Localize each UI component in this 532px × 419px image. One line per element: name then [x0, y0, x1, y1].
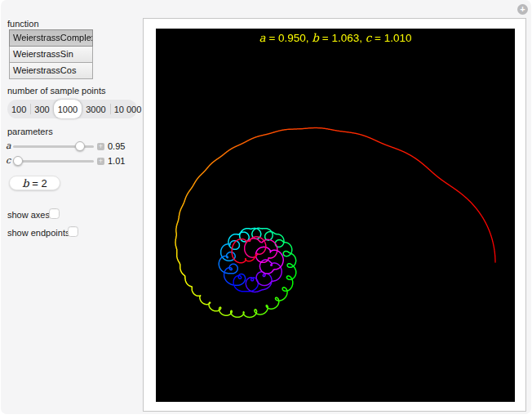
slider-c-value: 1.01 [108, 155, 125, 167]
plot-panel: a = 0.950, b = 1.063, c = 1.010 [143, 18, 526, 412]
title-val-a: 0.950 [278, 32, 306, 44]
expand-plus-icon[interactable]: + [517, 4, 528, 15]
sample-points-segmented-control: 100 300 1000 3000 10 000 [7, 100, 137, 118]
show-axes-checkbox[interactable] [49, 208, 60, 219]
slider-c-stepper-plus-icon[interactable]: + [97, 158, 104, 165]
sample-points-option-300[interactable]: 300 [30, 100, 53, 118]
b2-variable: b [22, 177, 29, 189]
b2-rest: = 2 [29, 177, 47, 189]
title-var-a: a [259, 31, 266, 44]
slider-a-value: 0.95 [108, 140, 125, 152]
b-equals-2-button[interactable]: b = 2 [9, 176, 60, 190]
function-option-weierstrasscomplex[interactable]: WeierstrassComplex [9, 29, 93, 47]
slider-a-thumb[interactable] [75, 141, 85, 151]
function-option-weierstrasscos[interactable]: WeierstrassCos [9, 62, 93, 79]
function-option-weierstrasssin[interactable]: WeierstrassSin [9, 46, 93, 63]
plot-title: a = 0.950, b = 1.063, c = 1.010 [156, 31, 515, 44]
slider-c-label: c [6, 155, 11, 167]
slider-a-stepper-plus-icon[interactable]: + [97, 143, 104, 150]
sample-points-label: number of sample points [7, 86, 105, 96]
sample-points-option-3000[interactable]: 3000 [82, 100, 109, 118]
slider-row-c: c + 1.01 [1, 155, 143, 167]
parameters-label: parameters [7, 127, 53, 136]
title-var-b: b [312, 31, 319, 44]
title-val-b: 1.063 [331, 32, 359, 44]
sample-points-option-1000[interactable]: 1000 [54, 100, 82, 118]
slider-a-track[interactable] [13, 145, 94, 148]
show-axes-label: show axes [7, 210, 50, 220]
sample-points-option-100[interactable]: 100 [7, 100, 30, 118]
control-sidebar: function WeierstrassComplex WeierstrassS… [1, 0, 143, 414]
sample-points-option-10000[interactable]: 10 000 [110, 100, 146, 118]
show-endpoints-label: show endpoints [7, 228, 69, 238]
slider-c-track[interactable] [13, 160, 94, 163]
slider-c-thumb[interactable] [13, 156, 23, 166]
demonstration-window: + function WeierstrassComplex Weierstras… [0, 0, 532, 419]
title-val-c: 1.010 [384, 32, 412, 44]
function-label: function [7, 19, 39, 29]
show-endpoints-checkbox[interactable] [68, 226, 78, 237]
slider-a-label: a [6, 140, 11, 152]
function-button-group: WeierstrassComplex WeierstrassSin Weiers… [9, 29, 93, 79]
app-background: + function WeierstrassComplex Weierstras… [1, 0, 531, 414]
plot-area: a = 0.950, b = 1.063, c = 1.010 [156, 29, 515, 402]
weierstrass-curve-canvas [156, 29, 515, 402]
slider-row-a: a + 0.95 [1, 140, 143, 152]
